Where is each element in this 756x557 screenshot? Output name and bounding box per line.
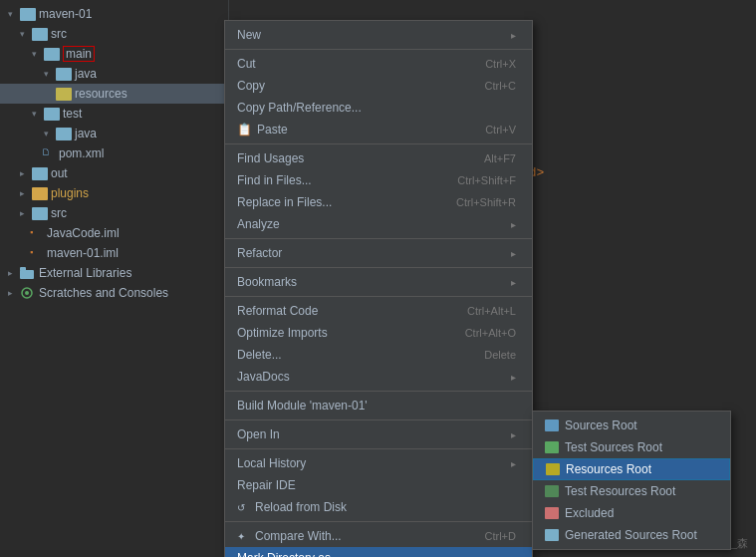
menu-item-javadocs[interactable]: JavaDocs ▸ (225, 366, 532, 388)
menu-item-local-history[interactable]: Local History ▸ (225, 452, 532, 474)
tree-item-src[interactable]: src (0, 24, 228, 44)
tree-item-maven01-iml[interactable]: ▪ maven-01.iml (0, 243, 228, 263)
submenu-item-test-sources[interactable]: Test Sources Root (533, 436, 730, 458)
label-test: test (63, 107, 82, 121)
label-maven01-iml: maven-01.iml (47, 246, 119, 260)
label-javacode-iml: JavaCode.iml (47, 226, 120, 240)
sep-4 (225, 267, 532, 268)
menu-label-find-usages: Find Usages (237, 151, 304, 165)
project-tree: maven-01 src main java resources test ja… (0, 0, 229, 557)
menu-item-repair-ide[interactable]: Repair IDE (225, 474, 532, 496)
tree-item-javacode-iml[interactable]: ▪ JavaCode.iml (0, 223, 228, 243)
menu-item-open-in[interactable]: Open In ▸ (225, 423, 532, 445)
tree-item-ext-libs[interactable]: External Libraries (0, 263, 228, 283)
tree-item-src2[interactable]: src (0, 203, 228, 223)
menu-item-find-usages[interactable]: Find Usages Alt+F7 (225, 147, 532, 169)
menu-label-reformat: Reformat Code (237, 304, 318, 318)
menu-label-mark-directory: Mark Directory as (237, 551, 331, 557)
menu-label-copy-path: Copy Path/Reference... (237, 101, 362, 115)
menu-label-javadocs: JavaDocs (237, 370, 290, 384)
menu-item-replace[interactable]: Replace in Files... Ctrl+Shift+R (225, 191, 532, 213)
icon-scratches (20, 287, 36, 300)
arrow-javadocs: ▸ (511, 372, 516, 383)
sep-7 (225, 419, 532, 420)
tree-item-pomxml[interactable]: 🗋 pom.xml (0, 143, 228, 163)
label-src: src (51, 27, 67, 41)
icon-resources (546, 463, 560, 475)
menu-item-optimize[interactable]: Optimize Imports Ctrl+Alt+O (225, 322, 532, 344)
label-resources: resources (75, 87, 127, 101)
sep-2 (225, 143, 532, 144)
menu-label-paste: Paste (257, 123, 288, 137)
tree-item-main[interactable]: main (0, 44, 228, 64)
svg-point-3 (25, 291, 29, 295)
menu-label-delete: Delete... (237, 348, 282, 362)
menu-item-delete[interactable]: Delete... Delete (225, 344, 532, 366)
svg-rect-0 (20, 270, 34, 279)
arrow-scratches (8, 288, 18, 298)
sep-9 (225, 521, 532, 522)
menu-item-reformat[interactable]: Reformat Code Ctrl+Alt+L (225, 300, 532, 322)
file-icon-pom: 🗋 (42, 147, 56, 160)
shortcut-find-usages: Alt+F7 (484, 152, 516, 164)
menu-item-copy[interactable]: Copy Ctrl+C (225, 75, 532, 97)
menu-label-find-files: Find in Files... (237, 173, 312, 187)
submenu-mark-directory: Sources Root Test Sources Root Resources… (532, 411, 731, 550)
submenu-item-excluded[interactable]: Excluded (533, 502, 730, 524)
label-sources: Sources Root (565, 418, 637, 432)
sep-6 (225, 391, 532, 392)
label-ext-libs: External Libraries (39, 266, 131, 280)
icon-excluded (545, 507, 559, 519)
tree-item-resources[interactable]: resources (0, 84, 228, 104)
menu-item-mark-directory[interactable]: Mark Directory as ▸ (225, 547, 532, 557)
tree-item-maven01[interactable]: maven-01 (0, 4, 228, 24)
label-resources-root: Resources Root (566, 462, 651, 476)
arrow-out (20, 168, 30, 178)
menu-label-replace: Replace in Files... (237, 195, 332, 209)
menu-label-cut: Cut (237, 57, 256, 71)
reload-icon: ↺ (237, 502, 245, 513)
menu-item-copy-path[interactable]: Copy Path/Reference... (225, 97, 532, 119)
file-icon-maven01iml: ▪ (30, 247, 44, 260)
menu-item-find-files[interactable]: Find in Files... Ctrl+Shift+F (225, 169, 532, 191)
tree-item-test[interactable]: test (0, 104, 228, 124)
arrow-java (44, 69, 54, 79)
menu-item-build[interactable]: Build Module 'maven-01' (225, 395, 532, 417)
menu-label-copy: Copy (237, 79, 265, 93)
menu-label-local-history: Local History (237, 456, 306, 470)
menu-item-paste[interactable]: 📋 Paste Ctrl+V (225, 119, 532, 140)
menu-item-compare[interactable]: ✦ Compare With... Ctrl+D (225, 525, 532, 547)
svg-rect-1 (20, 267, 26, 271)
shortcut-copy: Ctrl+C (485, 80, 516, 92)
submenu-item-resources[interactable]: Resources Root (533, 458, 730, 480)
tree-item-out[interactable]: out (0, 163, 228, 183)
icon-test-resources (545, 485, 559, 497)
sep-5 (225, 296, 532, 297)
tree-item-scratches[interactable]: Scratches and Consoles (0, 283, 228, 303)
label-test-resources: Test Resources Root (565, 484, 675, 498)
menu-item-reload[interactable]: ↺ Reload from Disk (225, 496, 532, 518)
file-icon-javacode: ▪ (30, 227, 44, 240)
submenu-item-generated[interactable]: Generated Sources Root (533, 524, 730, 546)
submenu-item-sources[interactable]: Sources Root (533, 415, 730, 436)
submenu-item-test-resources[interactable]: Test Resources Root (533, 480, 730, 502)
label-main: main (63, 46, 95, 62)
menu-item-new[interactable]: New ▸ (225, 24, 532, 46)
menu-item-refactor[interactable]: Refactor ▸ (225, 242, 532, 264)
shortcut-compare: Ctrl+D (485, 530, 516, 542)
menu-item-analyze[interactable]: Analyze ▸ (225, 213, 532, 235)
tree-item-plugins[interactable]: plugins (0, 183, 228, 203)
folder-icon-maven01 (20, 8, 36, 21)
tree-item-java2[interactable]: java (0, 124, 228, 143)
shortcut-reformat: Ctrl+Alt+L (467, 305, 516, 317)
sep-3 (225, 238, 532, 239)
arrow-local-history: ▸ (511, 458, 516, 469)
menu-item-cut[interactable]: Cut Ctrl+X (225, 53, 532, 75)
label-pomxml: pom.xml (59, 146, 104, 160)
tree-item-java[interactable]: java (0, 64, 228, 84)
folder-icon-java (56, 68, 72, 81)
label-src2: src (51, 206, 67, 220)
label-maven01: maven-01 (39, 7, 92, 21)
menu-item-bookmarks[interactable]: Bookmarks ▸ (225, 271, 532, 293)
arrow-refactor: ▸ (511, 248, 516, 259)
